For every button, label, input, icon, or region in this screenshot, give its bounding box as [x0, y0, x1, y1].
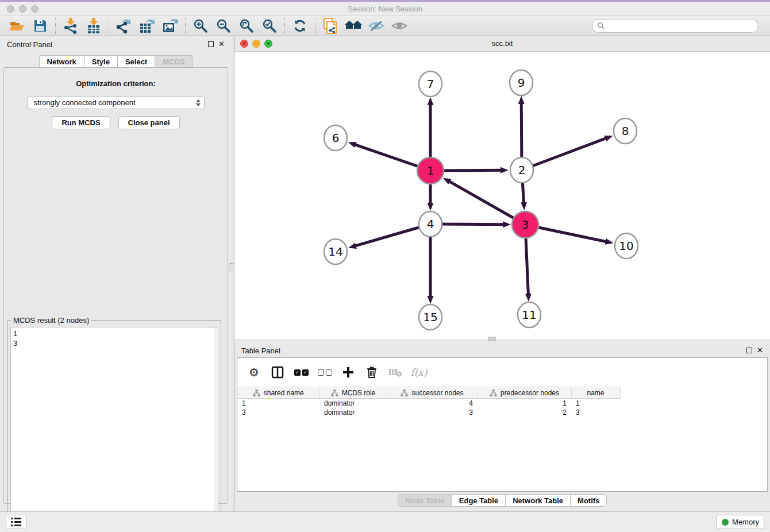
delete-table-icon[interactable] [388, 365, 403, 380]
import-table-icon[interactable] [82, 17, 105, 34]
column-panel-icon[interactable] [270, 365, 285, 380]
tab-select[interactable]: Select [118, 55, 155, 68]
ndex-homes-icon[interactable] [342, 17, 365, 34]
select-all-checks-icon[interactable]: ✓✓ [294, 365, 309, 380]
result-scrollbar[interactable] [214, 327, 218, 529]
column-header-filler [620, 387, 767, 399]
tab-network-table[interactable]: Network Table [506, 494, 571, 507]
network-canvas[interactable]: 7968124314101511 [234, 52, 770, 339]
import-network-icon[interactable] [59, 17, 82, 34]
table-cell[interactable]: 1 [571, 399, 620, 408]
save-session-icon[interactable] [29, 17, 52, 34]
close-panel-icon[interactable]: ✕ [218, 41, 225, 47]
close-panel-button[interactable]: Close panel [118, 116, 180, 129]
table-settings-icon[interactable]: ⚙ [247, 365, 261, 380]
control-panel-tabs: NetworkStyleSelectMCDS [0, 55, 232, 68]
column-label: shared name [264, 389, 304, 397]
zoom-selected-icon[interactable] [258, 17, 281, 34]
column-header-shared-name[interactable]: shared name [237, 387, 319, 399]
toolbar-separator [55, 18, 56, 34]
table-row[interactable]: 3dominator323 [237, 408, 767, 417]
tab-edge-table[interactable]: Edge Table [452, 494, 506, 507]
panel-split-grip[interactable] [229, 263, 234, 271]
column-header-MCDS-role[interactable]: MCDS role [319, 387, 387, 399]
table-cell[interactable]: 1 [478, 399, 571, 408]
network-window-title: scc.txt [492, 39, 513, 48]
table-panel-title: Table Panel [241, 346, 280, 355]
table-cell[interactable]: dominator [319, 399, 387, 408]
tab-style[interactable]: Style [84, 55, 118, 68]
column-label: MCDS role [342, 389, 376, 397]
deselect-all-checks-icon[interactable] [317, 365, 332, 380]
close-window-button[interactable] [7, 5, 14, 13]
copy-network-icon[interactable] [319, 17, 342, 34]
node-table: shared nameMCDS rolesuccessor nodesprede… [237, 387, 767, 417]
export-image-icon[interactable] [159, 17, 182, 34]
tab-node-table[interactable]: Node Table [398, 494, 452, 507]
network-graph[interactable]: 7968124314101511 [234, 52, 770, 339]
table-cell[interactable]: 3 [387, 408, 478, 417]
mcds-result-title: MCDS result (2 nodes) [11, 316, 91, 325]
hide-selected-eye-icon[interactable] [365, 17, 388, 34]
close-table-panel-icon[interactable]: ✕ [757, 348, 763, 353]
criterion-select[interactable]: strongly connected component [28, 96, 205, 109]
show-panels-button[interactable] [6, 515, 26, 529]
table-cell[interactable]: 3 [237, 408, 319, 417]
graph-node-label-7: 7 [427, 77, 434, 91]
node-table-container: ⚙ ✓✓ f(x) shared nameMCDS rolesuccessor … [237, 357, 768, 492]
zoom-out-icon[interactable] [212, 17, 235, 34]
export-table-icon[interactable] [136, 17, 159, 34]
window-controls-inactive[interactable] [7, 5, 38, 13]
maximize-window-button[interactable] [31, 5, 38, 13]
mcds-pane: Optimization criterion: strongly connect… [3, 67, 228, 504]
memory-label: Memory [732, 518, 759, 526]
delete-column-icon[interactable] [364, 365, 379, 380]
column-header-name[interactable]: name [571, 387, 620, 399]
minimize-window-button[interactable] [19, 5, 26, 13]
hierarchy-icon [490, 390, 497, 396]
table-tabs: Node TableEdge TableNetwork TableMotifs [234, 494, 770, 507]
graph-node-label-2: 2 [518, 163, 526, 177]
table-row[interactable]: 1dominator411 [237, 399, 767, 408]
table-cell[interactable]: 1 [237, 399, 319, 408]
add-column-icon[interactable] [341, 365, 356, 380]
open-session-icon[interactable] [6, 17, 29, 34]
network-close-button[interactable]: ✕ [240, 40, 248, 48]
search-input[interactable] [608, 22, 753, 30]
select-stepper-icon [196, 99, 201, 106]
toolbar-separator [315, 18, 315, 34]
network-minimize-button[interactable]: − [252, 40, 260, 48]
zoom-in-icon[interactable] [189, 17, 212, 34]
graph-node-label-10: 10 [619, 239, 633, 253]
column-header-predecessor-nodes[interactable]: predecessor nodes [478, 387, 571, 399]
memory-button[interactable]: Memory [717, 515, 764, 529]
graph-node-label-9: 9 [518, 76, 525, 90]
table-cell[interactable]: dominator [319, 408, 387, 417]
network-maximize-button[interactable]: + [264, 40, 272, 48]
tab-network[interactable]: Network [39, 55, 84, 68]
float-panel-icon[interactable] [208, 41, 214, 47]
table-cell-empty [620, 408, 767, 417]
network-table-split-grip[interactable] [488, 337, 496, 341]
search-icon [597, 22, 605, 30]
export-network-icon[interactable] [113, 17, 136, 34]
tab-mcds[interactable]: MCDS [155, 55, 192, 68]
table-cell[interactable]: 4 [387, 399, 478, 408]
graph-node-label-6: 6 [332, 131, 340, 145]
search-field[interactable] [592, 19, 759, 33]
table-cell[interactable]: 2 [478, 408, 571, 417]
hierarchy-icon [401, 390, 408, 396]
table-cell[interactable]: 3 [571, 408, 620, 417]
tab-motifs[interactable]: Motifs [571, 494, 607, 507]
mcds-result-text[interactable]: 1 3 [10, 327, 218, 530]
column-label: name [587, 389, 604, 397]
function-builder-icon[interactable]: f(x) [411, 365, 426, 380]
float-table-panel-icon[interactable] [746, 348, 752, 353]
zoom-fit-icon[interactable] [235, 17, 258, 34]
graph-edge-2-8[interactable] [522, 138, 606, 170]
run-mcds-button[interactable]: Run MCDS [52, 116, 110, 129]
refresh-icon[interactable] [288, 17, 311, 34]
column-header-successor-nodes[interactable]: successor nodes [387, 387, 478, 399]
show-all-eye-icon[interactable] [388, 17, 411, 34]
graph-node-label-11: 11 [522, 308, 536, 322]
